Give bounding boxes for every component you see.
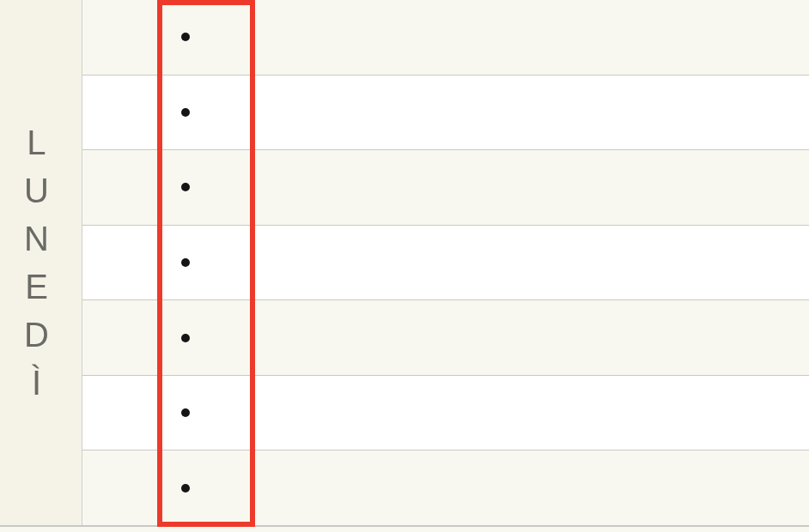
- bullet-icon: [181, 33, 190, 41]
- bullet-icon: [181, 108, 190, 117]
- bullet-icon: [181, 484, 190, 493]
- day-label: LUNEDÌ: [24, 118, 58, 407]
- rows-area: [82, 0, 809, 525]
- entry-cell[interactable]: [254, 0, 809, 75]
- bullet-icon: [181, 334, 190, 342]
- entry-cell[interactable]: [254, 226, 809, 300]
- bullet-zone: [82, 300, 254, 375]
- planner-row[interactable]: [82, 76, 809, 151]
- bullet-zone: [82, 376, 254, 450]
- planner-container: LUNEDÌ: [0, 0, 809, 527]
- bullet-zone: [82, 226, 254, 300]
- planner-row[interactable]: [82, 0, 809, 76]
- bullet-zone: [82, 150, 254, 225]
- entry-cell[interactable]: [254, 150, 809, 225]
- entry-cell[interactable]: [254, 450, 809, 525]
- planner-row[interactable]: [82, 226, 809, 301]
- bullet-icon: [181, 258, 190, 267]
- day-label-column: LUNEDÌ: [0, 0, 82, 525]
- bullet-zone: [82, 76, 254, 150]
- bullet-zone: [82, 450, 254, 525]
- planner-row[interactable]: [82, 300, 809, 376]
- entry-cell[interactable]: [254, 376, 809, 450]
- entry-cell[interactable]: [254, 300, 809, 375]
- bullet-zone: [82, 0, 254, 75]
- planner-row[interactable]: [82, 450, 809, 525]
- bullet-icon: [181, 183, 190, 191]
- planner-row[interactable]: [82, 376, 809, 451]
- bullet-icon: [181, 408, 190, 417]
- planner-row[interactable]: [82, 150, 809, 226]
- entry-cell[interactable]: [254, 76, 809, 150]
